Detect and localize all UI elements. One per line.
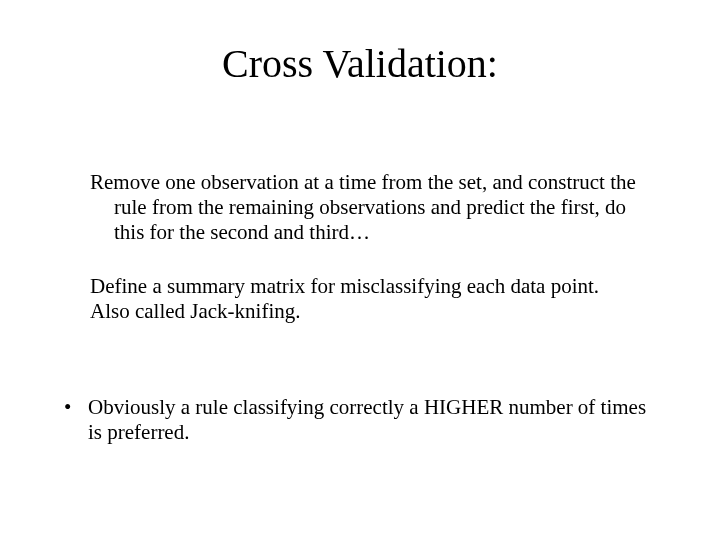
bullet-item: • Obviously a rule classifying correctly…: [60, 395, 660, 445]
paragraph-2: Define a summary matrix for misclassifyi…: [90, 274, 650, 299]
paragraph-3: Also called Jack-knifing.: [90, 299, 650, 324]
slide: Cross Validation: Remove one observation…: [0, 0, 720, 540]
bullet-text: Obviously a rule classifying correctly a…: [88, 395, 660, 445]
body-text-block: Remove one observation at a time from th…: [90, 170, 650, 354]
paragraph-1: Remove one observation at a time from th…: [90, 170, 650, 244]
slide-title: Cross Validation:: [0, 40, 720, 87]
bullet-dot-icon: •: [60, 395, 88, 420]
bullet-list: • Obviously a rule classifying correctly…: [60, 395, 660, 445]
